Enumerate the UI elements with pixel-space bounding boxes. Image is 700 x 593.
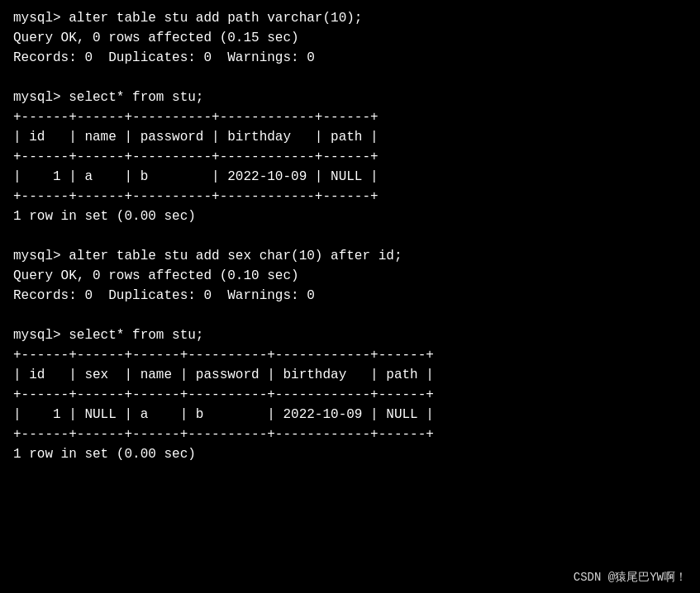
terminal-window: mysql> alter table stu add path varchar(… [0,0,700,593]
terminal-output: mysql> alter table stu add path varchar(… [13,8,687,464]
watermark: CSDN @猿尾巴YW啊！ [574,570,687,585]
